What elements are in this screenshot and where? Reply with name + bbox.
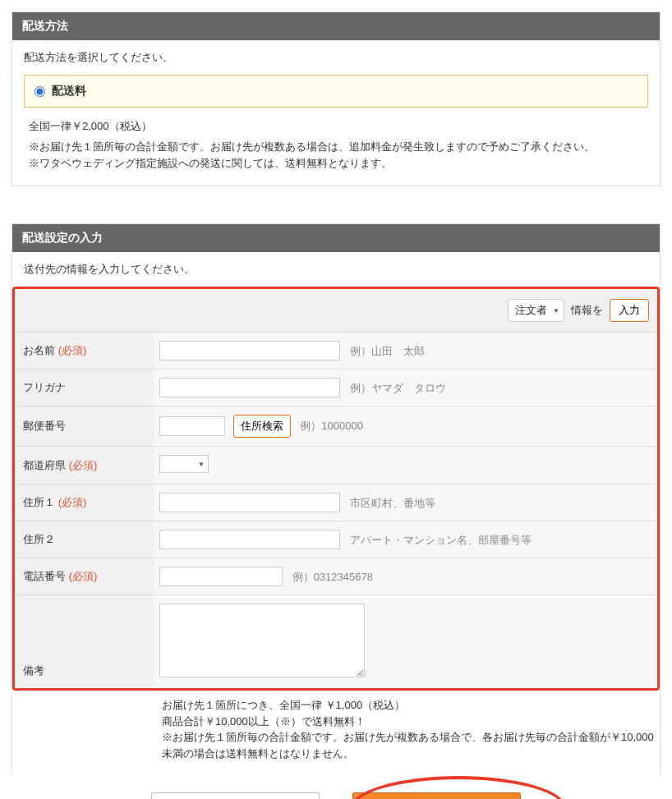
- address-form-table: お名前 (必須) 例）山田 太郎 フリガナ 例）ヤマダ タロウ: [15, 333, 657, 688]
- addr1-input[interactable]: [159, 493, 340, 512]
- addr2-hint: アパート・マンション名、部屋番号等: [350, 534, 532, 546]
- shipping-note-1: ※お届け先１箇所毎の合計金額です。お届け先が複数ある場合は、追加料金が発生致しま…: [29, 139, 648, 155]
- prefill-source-select[interactable]: 注文者: [508, 299, 564, 322]
- memo-textarea[interactable]: [159, 604, 365, 677]
- bottom-shipping-note: お届け先１箇所につき、全国一律 ￥1,000（税込） 商品合計￥10,000以上…: [12, 691, 660, 776]
- tel-hint: 例）0312345678: [292, 571, 373, 583]
- shipping-method-panel: 配送方法 配送方法を選択してください。 配送料 全国一律￥2,000（税込） ※…: [12, 11, 660, 186]
- next-button[interactable]: 次へ進む: [352, 792, 521, 799]
- label-addr1: 住所１ (必須): [15, 484, 153, 521]
- label-memo: 備考: [15, 595, 153, 689]
- label-postal: 郵便番号: [15, 406, 153, 447]
- shipping-setting-description: 送付先の情報を入力してください。: [24, 262, 648, 277]
- pref-select[interactable]: [159, 455, 209, 473]
- shipping-option-radio[interactable]: [35, 86, 45, 97]
- postal-hint: 例）1000000: [300, 420, 363, 432]
- prefill-middle-text: 情報を: [571, 303, 603, 318]
- shipping-method-description: 配送方法を選択してください。: [24, 50, 648, 65]
- label-tel: 電話番号 (必須): [15, 558, 153, 595]
- shipping-setting-panel: 配送設定の入力 送付先の情報を入力してください。 注文者 情報を 入力 お名前 …: [12, 223, 660, 776]
- label-addr2: 住所２: [15, 521, 153, 558]
- kana-hint: 例）ヤマダ タロウ: [350, 382, 446, 394]
- prefill-source-value: 注文者: [515, 304, 547, 316]
- label-pref: 都道府県 (必須): [15, 447, 153, 484]
- shipping-setting-header: 配送設定の入力: [12, 224, 660, 252]
- name-hint: 例）山田 太郎: [350, 345, 425, 357]
- shipping-option[interactable]: 配送料: [24, 75, 648, 108]
- name-input[interactable]: [159, 341, 340, 360]
- back-button[interactable]: 前に戻る: [151, 792, 320, 799]
- postal-input[interactable]: [159, 416, 225, 436]
- prefill-row: 注文者 情報を 入力: [15, 289, 657, 333]
- shipping-note-2: ※ワタベウェディング指定施設への発送に関しては、送料無料となります。: [29, 155, 648, 172]
- shipping-fee-text: 全国一律￥2,000（税込）: [29, 119, 648, 134]
- prefill-apply-button[interactable]: 入力: [610, 299, 649, 322]
- shipping-method-header: 配送方法: [12, 12, 660, 40]
- form-highlight-outline: 注文者 情報を 入力 お名前 (必須) 例）山田 太郎: [12, 287, 660, 691]
- postal-search-button[interactable]: 住所検索: [233, 415, 291, 438]
- addr1-hint: 市区町村、番地等: [350, 497, 435, 509]
- kana-input[interactable]: [159, 378, 340, 397]
- nav-button-row: 前に戻る 次へ進む: [12, 776, 660, 799]
- label-kana: フリガナ: [15, 370, 153, 406]
- label-name: お名前 (必須): [15, 333, 153, 370]
- tel-input[interactable]: [159, 567, 283, 586]
- addr2-input[interactable]: [159, 530, 340, 549]
- shipping-option-label: 配送料: [52, 84, 86, 99]
